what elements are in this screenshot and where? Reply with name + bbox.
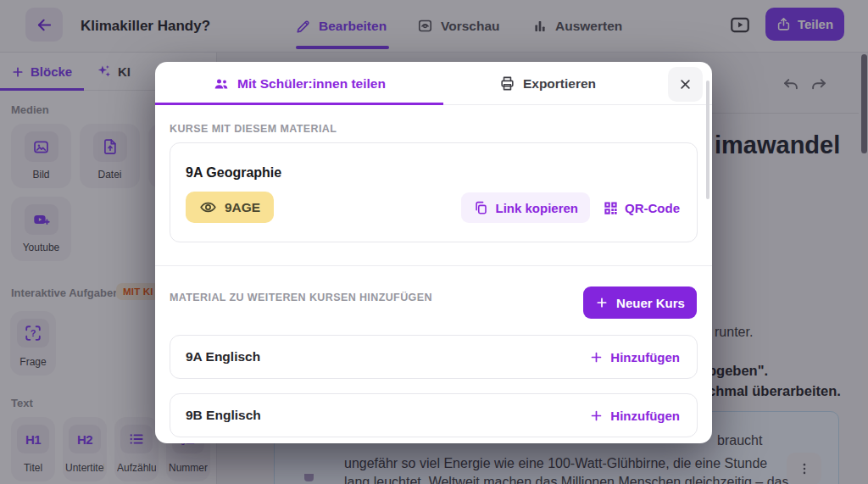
course-row: 9B Englisch Hinzufügen: [170, 393, 698, 437]
new-course-button[interactable]: Neuer Kurs: [583, 287, 697, 319]
course-row-name: 9B Englisch: [186, 408, 261, 423]
page-scrollbar-thumb[interactable]: [861, 54, 867, 153]
plus-icon: [589, 409, 604, 423]
section-label-kurse: KURSE MIT DIESEM MATERIAL: [170, 123, 337, 135]
course-row-name: 9A Englisch: [186, 349, 260, 364]
close-icon: [677, 76, 693, 92]
modal-tab-mit-schuelern-teilen[interactable]: Mit Schüler:innen teilen: [155, 62, 443, 105]
course-row: 9A Englisch Hinzufügen: [170, 335, 698, 379]
copy-link-button[interactable]: Link kopieren: [461, 192, 590, 223]
eye-icon: [199, 198, 217, 216]
course-actions: Link kopieren QR-Code: [461, 192, 680, 223]
close-button[interactable]: [668, 67, 703, 102]
add-to-course-button[interactable]: Hinzufügen: [589, 350, 680, 364]
share-modal: Mit Schüler:innen teilen Exportieren KUR…: [155, 62, 712, 443]
course-code-badge[interactable]: 9AGE: [186, 192, 274, 223]
modal-section-divider: [155, 265, 712, 266]
plus-icon: [595, 296, 609, 309]
people-icon: [213, 75, 230, 92]
add-to-course-button[interactable]: Hinzufügen: [589, 409, 680, 423]
qr-code-icon: [603, 200, 619, 216]
printer-icon: [499, 75, 515, 92]
section-label-material-hinzufuegen: MATERIAL ZU WEITEREN KURSEN HINZUFÜGEN: [170, 292, 509, 303]
modal-scrollbar-thumb[interactable]: [706, 81, 709, 199]
copy-icon: [473, 200, 488, 215]
course-card: 9A Geographie 9AGE Link kopieren: [170, 142, 698, 242]
course-name: 9A Geographie: [186, 165, 281, 181]
app-screen: Klimakiller Handy? Bearbeiten Vorschau A…: [0, 0, 868, 484]
modal-tabbar: Mit Schüler:innen teilen Exportieren: [155, 62, 712, 105]
qr-code-button[interactable]: QR-Code: [603, 200, 680, 216]
modal-active-tab-underline: [155, 103, 443, 105]
plus-icon: [589, 350, 604, 364]
modal-tab-exportieren[interactable]: Exportieren: [492, 62, 603, 105]
